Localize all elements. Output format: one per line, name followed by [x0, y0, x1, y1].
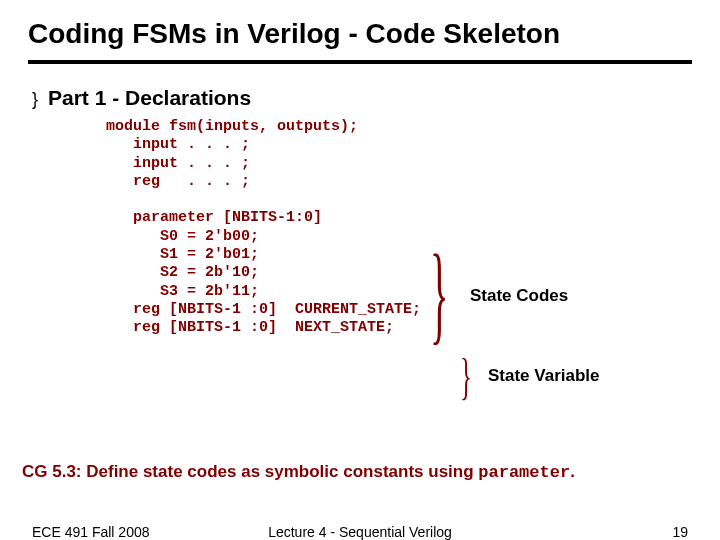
coding-guideline: CG 5.3: Define state codes as symbolic c…	[22, 462, 575, 482]
brace-icon: }	[460, 363, 472, 391]
bullet-icon: }	[32, 86, 38, 112]
slide-title: Coding FSMs in Verilog - Code Skeleton	[28, 18, 692, 50]
section-heading: Part 1 - Declarations	[48, 86, 251, 110]
footer-page-number: 19	[672, 524, 688, 540]
annotation-state-codes: State Codes	[470, 286, 568, 306]
footer-center: Lecture 4 - Sequential Verilog	[0, 524, 720, 540]
guideline-suffix: .	[570, 462, 575, 481]
title-rule	[28, 60, 692, 64]
annotation-state-variable: State Variable	[488, 366, 600, 386]
code-block: module fsm(inputs, outputs); input . . .…	[106, 118, 692, 338]
brace-icon: }	[430, 260, 448, 326]
guideline-keyword: parameter	[478, 463, 570, 482]
guideline-text: CG 5.3: Define state codes as symbolic c…	[22, 462, 478, 481]
